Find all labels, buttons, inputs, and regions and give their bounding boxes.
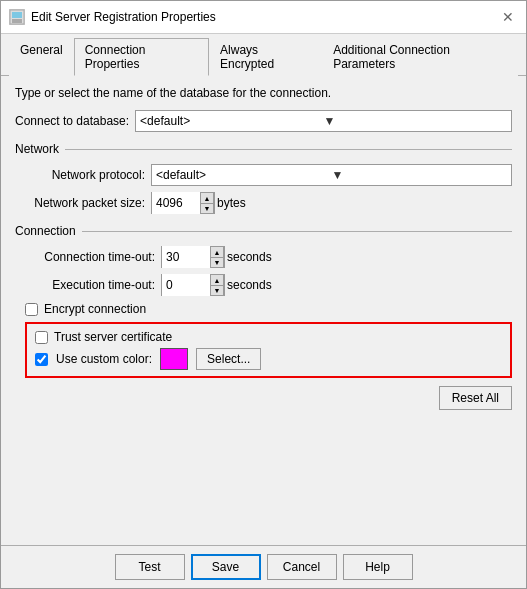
connection-group: Connection time-out: ▲ ▼ seconds Executi… (15, 246, 512, 410)
trust-cert-checkbox[interactable] (35, 331, 48, 344)
connection-section-label: Connection (15, 224, 512, 238)
tab-bar: General Connection Properties Always Enc… (1, 34, 526, 76)
exec-timeout-unit: seconds (227, 278, 272, 292)
connect-database-select[interactable]: <default> ▼ (135, 110, 512, 132)
exec-timeout-up[interactable]: ▲ (210, 274, 224, 285)
tab-general[interactable]: General (9, 38, 74, 76)
test-button[interactable]: Test (115, 554, 185, 580)
tab-connection[interactable]: Connection Properties (74, 38, 209, 76)
save-button[interactable]: Save (191, 554, 261, 580)
connect-database-value: <default> (140, 114, 323, 128)
exec-timeout-input[interactable] (162, 274, 210, 296)
network-packet-down[interactable]: ▼ (200, 203, 214, 214)
network-protocol-label: Network protocol: (25, 168, 145, 182)
hint-text: Type or select the name of the database … (15, 86, 512, 100)
network-packet-spinner: ▲ ▼ bytes (151, 192, 246, 214)
conn-timeout-box: ▲ ▼ (161, 246, 225, 268)
connect-database-row: Connect to database: <default> ▼ (15, 110, 512, 132)
select-color-button[interactable]: Select... (196, 348, 261, 370)
tab-encrypted[interactable]: Always Encrypted (209, 38, 322, 76)
network-packet-buttons: ▲ ▼ (200, 192, 214, 214)
network-packet-input[interactable] (152, 192, 200, 214)
highlighted-section: Trust server certificate Use custom colo… (25, 322, 512, 378)
connect-database-arrow: ▼ (324, 114, 507, 128)
help-button[interactable]: Help (343, 554, 413, 580)
conn-timeout-label: Connection time-out: (25, 250, 155, 264)
svg-rect-1 (12, 12, 22, 18)
exec-timeout-buttons: ▲ ▼ (210, 274, 224, 296)
network-protocol-select[interactable]: <default> ▼ (151, 164, 512, 186)
svg-rect-2 (12, 19, 22, 23)
connect-database-label: Connect to database: (15, 114, 129, 128)
network-protocol-arrow: ▼ (332, 168, 508, 182)
conn-timeout-spinner: ▲ ▼ seconds (161, 246, 272, 268)
reset-row: Reset All (25, 386, 512, 410)
conn-timeout-row: Connection time-out: ▲ ▼ seconds (25, 246, 512, 268)
custom-color-checkbox[interactable] (35, 353, 48, 366)
conn-timeout-up[interactable]: ▲ (210, 246, 224, 257)
encrypt-row: Encrypt connection (25, 302, 512, 316)
conn-timeout-unit: seconds (227, 250, 272, 264)
network-packet-box: ▲ ▼ (151, 192, 215, 214)
tab-content: Type or select the name of the database … (1, 76, 526, 545)
title-bar: Edit Server Registration Properties ✕ (1, 1, 526, 34)
exec-timeout-spinner: ▲ ▼ seconds (161, 274, 272, 296)
encrypt-checkbox[interactable] (25, 303, 38, 316)
exec-timeout-down[interactable]: ▼ (210, 285, 224, 296)
network-group: Network protocol: <default> ▼ Network pa… (15, 164, 512, 216)
exec-timeout-row: Execution time-out: ▲ ▼ seconds (25, 274, 512, 296)
conn-timeout-buttons: ▲ ▼ (210, 246, 224, 268)
conn-timeout-down[interactable]: ▼ (210, 257, 224, 268)
network-protocol-row: Network protocol: <default> ▼ (25, 164, 512, 186)
window-icon (9, 9, 25, 25)
reset-all-button[interactable]: Reset All (439, 386, 512, 410)
encrypt-label: Encrypt connection (44, 302, 146, 316)
network-protocol-value: <default> (156, 168, 332, 182)
close-button[interactable]: ✕ (498, 7, 518, 27)
trust-cert-row: Trust server certificate (35, 330, 502, 344)
exec-timeout-label: Execution time-out: (25, 278, 155, 292)
footer: Test Save Cancel Help (1, 545, 526, 588)
network-packet-label: Network packet size: (25, 196, 145, 210)
network-packet-row: Network packet size: ▲ ▼ bytes (25, 192, 512, 214)
custom-color-label: Use custom color: (56, 352, 152, 366)
conn-timeout-input[interactable] (162, 246, 210, 268)
exec-timeout-box: ▲ ▼ (161, 274, 225, 296)
main-window: Edit Server Registration Properties ✕ Ge… (0, 0, 527, 589)
tab-additional[interactable]: Additional Connection Parameters (322, 38, 518, 76)
network-packet-unit: bytes (217, 196, 246, 210)
color-swatch[interactable] (160, 348, 188, 370)
cancel-button[interactable]: Cancel (267, 554, 337, 580)
network-packet-up[interactable]: ▲ (200, 192, 214, 203)
network-section-label: Network (15, 142, 512, 156)
window-title: Edit Server Registration Properties (31, 10, 492, 24)
trust-cert-label: Trust server certificate (54, 330, 172, 344)
custom-color-row: Use custom color: Select... (35, 348, 502, 370)
